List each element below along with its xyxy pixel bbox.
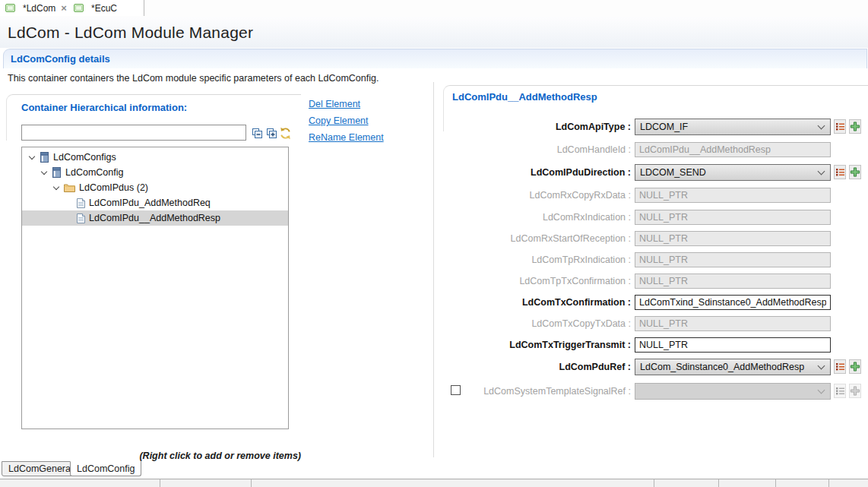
plus-icon-button[interactable] bbox=[849, 165, 861, 179]
ldcomtxtriggertransmit-input[interactable] bbox=[635, 337, 831, 353]
tree-item-label: LdComIPdu_AddMethodReq bbox=[89, 198, 211, 208]
ldcomhandleid-input bbox=[635, 142, 831, 157]
close-icon[interactable]: × bbox=[61, 2, 67, 14]
config-file-icon bbox=[74, 4, 84, 12]
form-title: LdComIPdu__AddMethodResp bbox=[452, 91, 597, 103]
plus-icon-button[interactable] bbox=[849, 359, 861, 374]
field-label: LdComTxTriggerTransmit : bbox=[443, 337, 631, 353]
rename-element-link[interactable]: ReName Element bbox=[309, 132, 384, 143]
form-row-ldcomtptxconfirmation: LdComTpTxConfirmation : bbox=[443, 273, 868, 289]
refresh-icon[interactable] bbox=[278, 126, 292, 140]
form-row-ldcomrxstartofreception: LdComRxStartOfReception : bbox=[443, 230, 868, 247]
status-divider bbox=[775, 479, 776, 487]
ldcomrxindication-input bbox=[635, 210, 831, 225]
expander-icon[interactable] bbox=[40, 169, 48, 176]
plus-icon-button[interactable] bbox=[849, 119, 861, 134]
select-value: LdCom_Sdinstance0_AddMethodResp bbox=[640, 362, 816, 372]
field-label: LdComRxStartOfReception : bbox=[443, 230, 631, 247]
details-form: LdComIPdu__AddMethodResp LdComApiType : … bbox=[443, 85, 868, 459]
tree-item-ldcomconfigs[interactable]: LdComConfigs bbox=[22, 150, 288, 165]
field-label: LdComTpTxConfirmation : bbox=[443, 273, 631, 289]
form-row-ldcomtxtriggertransmit: LdComTxTriggerTransmit : bbox=[443, 337, 868, 353]
folder-icon bbox=[64, 183, 75, 192]
editor-tab-label: *LdCom bbox=[23, 3, 55, 14]
ldcomtprxindication-input bbox=[635, 252, 831, 267]
ldcomtxcopytxdata-input bbox=[635, 316, 831, 331]
field-label: LdComTxCopyTxData : bbox=[443, 315, 631, 332]
list-icon-button bbox=[834, 384, 846, 398]
tree-item-addmethodresp-selected[interactable]: LdComIPdu__AddMethodResp bbox=[22, 210, 288, 226]
form-row-ldcomrxindication: LdComRxIndication : bbox=[443, 209, 868, 226]
tab-ldcomconfig[interactable]: LdComConfig bbox=[70, 461, 141, 476]
tree-item-label: LdComConfig bbox=[65, 167, 123, 178]
field-label: LdComTpRxIndication : bbox=[443, 251, 631, 268]
document-icon bbox=[77, 198, 85, 208]
expand-all-icon[interactable] bbox=[265, 126, 278, 140]
tree-item-label: LdComIPdus (2) bbox=[79, 182, 148, 193]
select-value: LDCOM_IF bbox=[640, 122, 816, 132]
ldcomrxcopyrxdata-input bbox=[635, 188, 831, 203]
status-divider bbox=[718, 479, 719, 487]
page-title: LdCom - LdCom Module Manager bbox=[8, 24, 253, 42]
expander-icon[interactable] bbox=[28, 153, 36, 161]
editor-tab-strip: *LdCom × *EcuC bbox=[0, 0, 868, 17]
tree-item-label: LdComIPdu__AddMethodResp bbox=[89, 213, 220, 223]
chevron-down-icon bbox=[818, 122, 825, 130]
status-divider bbox=[160, 479, 160, 487]
form-row-ldcomtprxindication: LdComTpRxIndication : bbox=[443, 251, 868, 268]
field-label: LdComIPduDirection : bbox=[443, 164, 631, 181]
tree-item-addmethodreq[interactable]: LdComIPdu_AddMethodReq bbox=[22, 195, 288, 210]
field-label: LdComApiType : bbox=[443, 119, 631, 135]
config-file-icon bbox=[5, 4, 15, 12]
collapse-all-icon[interactable] bbox=[250, 126, 264, 140]
container-tree: LdComConfigs LdComConfig LdComIPdus (2) bbox=[21, 147, 289, 429]
field-label: LdComHandleId : bbox=[443, 141, 631, 158]
ldcomipdudirection-select[interactable]: LDCOM_SEND bbox=[635, 164, 831, 181]
chevron-down-icon bbox=[818, 362, 825, 370]
module-icon bbox=[40, 152, 49, 163]
tree-item-label: LdComConfigs bbox=[53, 152, 116, 163]
form-row-ldcompduref: LdComPduRef : LdCom_Sdinstance0_AddMetho… bbox=[443, 359, 868, 375]
form-row-ldcomsystemtemplatesignalref: LdComSystemTemplateSignalRef : bbox=[443, 383, 868, 400]
status-divider bbox=[251, 479, 252, 487]
tree-filter-input[interactable] bbox=[21, 125, 246, 141]
tree-panel-title: Container Hierarchical information: bbox=[21, 102, 187, 113]
ldcompduref-select[interactable]: LdCom_Sdinstance0_AddMethodResp bbox=[635, 359, 831, 375]
del-element-link[interactable]: Del Element bbox=[309, 99, 360, 109]
document-icon bbox=[77, 213, 85, 223]
section-header-band bbox=[3, 49, 867, 68]
editor-tab-ldcom[interactable]: *LdCom × bbox=[0, 0, 79, 16]
tree-hint-text: (Right click to add or remove items) bbox=[21, 451, 301, 461]
field-label: LdComRxIndication : bbox=[443, 209, 631, 226]
copy-element-link[interactable]: Copy Element bbox=[309, 115, 369, 126]
form-row-ldcomipdudirection: LdComIPduDirection : LDCOM_SEND bbox=[443, 164, 868, 181]
select-value: LDCOM_SEND bbox=[640, 167, 816, 178]
ldcomtxconfirmation-input[interactable] bbox=[635, 295, 831, 310]
panel-divider bbox=[433, 82, 434, 457]
ldcomsystemtemplatesignalref-select bbox=[635, 383, 831, 400]
form-row-ldcomtxconfirmation: LdComTxConfirmation : bbox=[443, 294, 868, 311]
ldcomapitype-select[interactable]: LDCOM_IF bbox=[635, 119, 831, 135]
tab-ldcomgeneral[interactable]: LdComGeneral bbox=[2, 461, 80, 476]
status-divider bbox=[828, 479, 829, 487]
expander-icon[interactable] bbox=[52, 184, 60, 191]
tree-item-ldcomipdus[interactable]: LdComIPdus (2) bbox=[22, 180, 288, 195]
plus-icon-button bbox=[849, 384, 861, 398]
field-label: LdComRxCopyRxData : bbox=[443, 187, 631, 204]
ldcomrxstartofreception-input bbox=[635, 231, 831, 246]
section-description: This container containers the LdCom modu… bbox=[8, 73, 379, 84]
form-row-ldcomhandleid: LdComHandleId : bbox=[443, 141, 868, 158]
list-icon-button[interactable] bbox=[834, 119, 846, 134]
list-icon-button[interactable] bbox=[834, 165, 846, 179]
editor-tab-label: *EcuC bbox=[91, 3, 117, 14]
ldcomtptxconfirmation-input bbox=[635, 274, 831, 289]
field-label: LdComSystemTemplateSignalRef : bbox=[443, 383, 631, 400]
status-bar bbox=[0, 479, 868, 487]
list-icon-button[interactable] bbox=[834, 359, 846, 374]
tree-item-ldcomconfig[interactable]: LdComConfig bbox=[22, 165, 288, 180]
section-title: LdComConfig details bbox=[11, 53, 110, 65]
module-icon bbox=[52, 167, 62, 178]
field-label: LdComPduRef : bbox=[443, 359, 631, 375]
field-label: LdComTxConfirmation : bbox=[443, 294, 631, 311]
editor-tab-ecuc[interactable]: *EcuC bbox=[68, 0, 144, 16]
